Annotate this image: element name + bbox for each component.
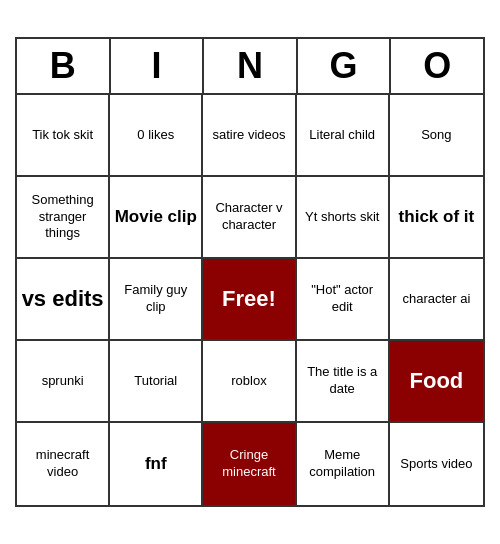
bingo-cell: minecraft video [17,423,110,505]
bingo-cell: The title is a date [297,341,390,423]
bingo-letter: O [391,39,483,93]
bingo-cell: Tik tok skit [17,95,110,177]
bingo-cell: Song [390,95,483,177]
bingo-letter: N [204,39,298,93]
bingo-card: BINGO Tik tok skit0 likessatire videosLi… [15,37,485,507]
bingo-letter: I [111,39,205,93]
bingo-cell: fnf [110,423,203,505]
bingo-cell: vs edits [17,259,110,341]
bingo-cell: Cringe minecraft [203,423,296,505]
bingo-cell: Yt shorts skit [297,177,390,259]
bingo-cell: "Hot" actor edit [297,259,390,341]
bingo-letter: B [17,39,111,93]
bingo-letter: G [298,39,392,93]
bingo-cell: thick of it [390,177,483,259]
bingo-cell: Character v character [203,177,296,259]
bingo-header: BINGO [17,39,483,95]
bingo-cell: character ai [390,259,483,341]
bingo-cell: satire videos [203,95,296,177]
bingo-cell: Food [390,341,483,423]
bingo-cell: Free! [203,259,296,341]
bingo-cell: Tutorial [110,341,203,423]
bingo-cell: Literal child [297,95,390,177]
bingo-cell: Something stranger things [17,177,110,259]
bingo-cell: sprunki [17,341,110,423]
bingo-cell: Meme compilation [297,423,390,505]
bingo-cell: Family guy clip [110,259,203,341]
bingo-grid: Tik tok skit0 likessatire videosLiteral … [17,95,483,505]
bingo-cell: Sports video [390,423,483,505]
bingo-cell: roblox [203,341,296,423]
bingo-cell: 0 likes [110,95,203,177]
bingo-cell: Movie clip [110,177,203,259]
